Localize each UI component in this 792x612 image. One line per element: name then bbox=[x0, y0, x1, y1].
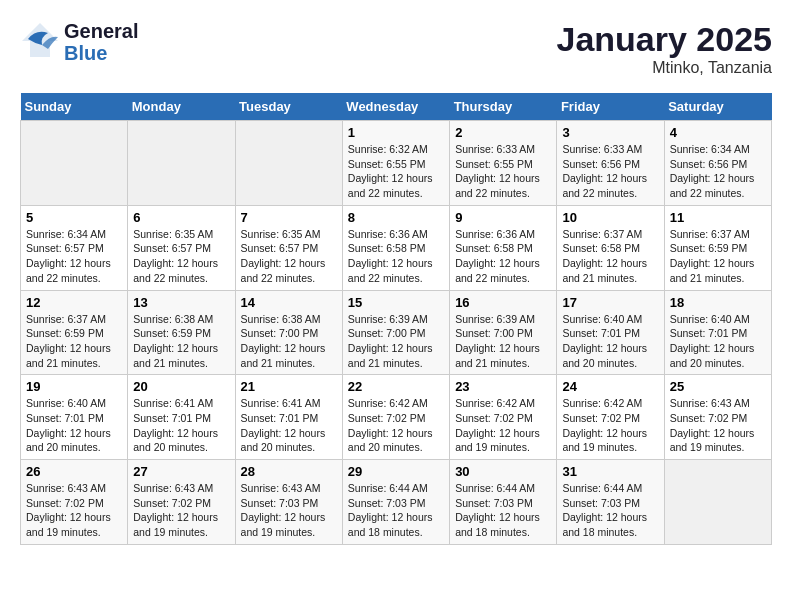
day-info: Sunrise: 6:37 AMSunset: 6:59 PMDaylight:… bbox=[670, 227, 766, 286]
day-number: 6 bbox=[133, 210, 229, 225]
day-number: 8 bbox=[348, 210, 444, 225]
day-number: 12 bbox=[26, 295, 122, 310]
day-number: 16 bbox=[455, 295, 551, 310]
day-info: Sunrise: 6:36 AMSunset: 6:58 PMDaylight:… bbox=[348, 227, 444, 286]
calendar-cell: 9Sunrise: 6:36 AMSunset: 6:58 PMDaylight… bbox=[450, 205, 557, 290]
calendar-cell: 26Sunrise: 6:43 AMSunset: 7:02 PMDayligh… bbox=[21, 460, 128, 545]
calendar-week-3: 12Sunrise: 6:37 AMSunset: 6:59 PMDayligh… bbox=[21, 290, 772, 375]
day-info: Sunrise: 6:43 AMSunset: 7:02 PMDaylight:… bbox=[133, 481, 229, 540]
day-info: Sunrise: 6:32 AMSunset: 6:55 PMDaylight:… bbox=[348, 142, 444, 201]
calendar-cell bbox=[21, 121, 128, 206]
calendar-cell: 19Sunrise: 6:40 AMSunset: 7:01 PMDayligh… bbox=[21, 375, 128, 460]
day-number: 14 bbox=[241, 295, 337, 310]
day-info: Sunrise: 6:43 AMSunset: 7:02 PMDaylight:… bbox=[26, 481, 122, 540]
day-info: Sunrise: 6:37 AMSunset: 6:59 PMDaylight:… bbox=[26, 312, 122, 371]
calendar-cell: 14Sunrise: 6:38 AMSunset: 7:00 PMDayligh… bbox=[235, 290, 342, 375]
day-header-wednesday: Wednesday bbox=[342, 93, 449, 121]
day-header-tuesday: Tuesday bbox=[235, 93, 342, 121]
calendar-cell: 25Sunrise: 6:43 AMSunset: 7:02 PMDayligh… bbox=[664, 375, 771, 460]
day-info: Sunrise: 6:43 AMSunset: 7:02 PMDaylight:… bbox=[670, 396, 766, 455]
day-number: 7 bbox=[241, 210, 337, 225]
calendar-cell: 10Sunrise: 6:37 AMSunset: 6:58 PMDayligh… bbox=[557, 205, 664, 290]
calendar-cell: 29Sunrise: 6:44 AMSunset: 7:03 PMDayligh… bbox=[342, 460, 449, 545]
day-info: Sunrise: 6:40 AMSunset: 7:01 PMDaylight:… bbox=[562, 312, 658, 371]
calendar-cell: 22Sunrise: 6:42 AMSunset: 7:02 PMDayligh… bbox=[342, 375, 449, 460]
calendar-week-5: 26Sunrise: 6:43 AMSunset: 7:02 PMDayligh… bbox=[21, 460, 772, 545]
day-info: Sunrise: 6:33 AMSunset: 6:56 PMDaylight:… bbox=[562, 142, 658, 201]
calendar-cell: 30Sunrise: 6:44 AMSunset: 7:03 PMDayligh… bbox=[450, 460, 557, 545]
day-info: Sunrise: 6:36 AMSunset: 6:58 PMDaylight:… bbox=[455, 227, 551, 286]
day-number: 31 bbox=[562, 464, 658, 479]
calendar-cell: 23Sunrise: 6:42 AMSunset: 7:02 PMDayligh… bbox=[450, 375, 557, 460]
calendar-header-row: SundayMondayTuesdayWednesdayThursdayFrid… bbox=[21, 93, 772, 121]
day-number: 10 bbox=[562, 210, 658, 225]
calendar-week-4: 19Sunrise: 6:40 AMSunset: 7:01 PMDayligh… bbox=[21, 375, 772, 460]
day-info: Sunrise: 6:41 AMSunset: 7:01 PMDaylight:… bbox=[133, 396, 229, 455]
calendar-cell: 28Sunrise: 6:43 AMSunset: 7:03 PMDayligh… bbox=[235, 460, 342, 545]
calendar-cell: 20Sunrise: 6:41 AMSunset: 7:01 PMDayligh… bbox=[128, 375, 235, 460]
calendar-cell: 17Sunrise: 6:40 AMSunset: 7:01 PMDayligh… bbox=[557, 290, 664, 375]
day-info: Sunrise: 6:38 AMSunset: 7:00 PMDaylight:… bbox=[241, 312, 337, 371]
day-info: Sunrise: 6:44 AMSunset: 7:03 PMDaylight:… bbox=[348, 481, 444, 540]
calendar-cell: 15Sunrise: 6:39 AMSunset: 7:00 PMDayligh… bbox=[342, 290, 449, 375]
calendar-cell: 2Sunrise: 6:33 AMSunset: 6:55 PMDaylight… bbox=[450, 121, 557, 206]
day-info: Sunrise: 6:39 AMSunset: 7:00 PMDaylight:… bbox=[455, 312, 551, 371]
calendar-cell bbox=[664, 460, 771, 545]
day-number: 1 bbox=[348, 125, 444, 140]
day-number: 23 bbox=[455, 379, 551, 394]
day-number: 13 bbox=[133, 295, 229, 310]
calendar-week-2: 5Sunrise: 6:34 AMSunset: 6:57 PMDaylight… bbox=[21, 205, 772, 290]
logo-text-general: General bbox=[64, 20, 138, 42]
logo: General Blue bbox=[20, 20, 138, 64]
calendar-cell: 8Sunrise: 6:36 AMSunset: 6:58 PMDaylight… bbox=[342, 205, 449, 290]
day-info: Sunrise: 6:42 AMSunset: 7:02 PMDaylight:… bbox=[455, 396, 551, 455]
day-info: Sunrise: 6:34 AMSunset: 6:56 PMDaylight:… bbox=[670, 142, 766, 201]
day-info: Sunrise: 6:33 AMSunset: 6:55 PMDaylight:… bbox=[455, 142, 551, 201]
day-number: 27 bbox=[133, 464, 229, 479]
day-info: Sunrise: 6:44 AMSunset: 7:03 PMDaylight:… bbox=[562, 481, 658, 540]
day-info: Sunrise: 6:42 AMSunset: 7:02 PMDaylight:… bbox=[348, 396, 444, 455]
day-number: 18 bbox=[670, 295, 766, 310]
calendar-cell: 1Sunrise: 6:32 AMSunset: 6:55 PMDaylight… bbox=[342, 121, 449, 206]
calendar-table: SundayMondayTuesdayWednesdayThursdayFrid… bbox=[20, 93, 772, 545]
day-number: 2 bbox=[455, 125, 551, 140]
day-number: 28 bbox=[241, 464, 337, 479]
calendar-cell: 31Sunrise: 6:44 AMSunset: 7:03 PMDayligh… bbox=[557, 460, 664, 545]
day-info: Sunrise: 6:35 AMSunset: 6:57 PMDaylight:… bbox=[133, 227, 229, 286]
day-number: 24 bbox=[562, 379, 658, 394]
day-number: 4 bbox=[670, 125, 766, 140]
calendar-cell: 18Sunrise: 6:40 AMSunset: 7:01 PMDayligh… bbox=[664, 290, 771, 375]
day-info: Sunrise: 6:34 AMSunset: 6:57 PMDaylight:… bbox=[26, 227, 122, 286]
calendar-cell: 7Sunrise: 6:35 AMSunset: 6:57 PMDaylight… bbox=[235, 205, 342, 290]
day-number: 21 bbox=[241, 379, 337, 394]
day-number: 26 bbox=[26, 464, 122, 479]
logo-text-blue: Blue bbox=[64, 42, 138, 64]
calendar-cell: 12Sunrise: 6:37 AMSunset: 6:59 PMDayligh… bbox=[21, 290, 128, 375]
calendar-cell: 27Sunrise: 6:43 AMSunset: 7:02 PMDayligh… bbox=[128, 460, 235, 545]
day-info: Sunrise: 6:35 AMSunset: 6:57 PMDaylight:… bbox=[241, 227, 337, 286]
day-info: Sunrise: 6:40 AMSunset: 7:01 PMDaylight:… bbox=[26, 396, 122, 455]
calendar-week-1: 1Sunrise: 6:32 AMSunset: 6:55 PMDaylight… bbox=[21, 121, 772, 206]
day-number: 22 bbox=[348, 379, 444, 394]
day-info: Sunrise: 6:37 AMSunset: 6:58 PMDaylight:… bbox=[562, 227, 658, 286]
day-number: 9 bbox=[455, 210, 551, 225]
day-number: 25 bbox=[670, 379, 766, 394]
page-header: General Blue January 2025 Mtinko, Tanzan… bbox=[20, 20, 772, 77]
calendar-cell: 3Sunrise: 6:33 AMSunset: 6:56 PMDaylight… bbox=[557, 121, 664, 206]
calendar-cell: 13Sunrise: 6:38 AMSunset: 6:59 PMDayligh… bbox=[128, 290, 235, 375]
calendar-cell: 24Sunrise: 6:42 AMSunset: 7:02 PMDayligh… bbox=[557, 375, 664, 460]
calendar-subtitle: Mtinko, Tanzania bbox=[557, 59, 773, 77]
logo-icon bbox=[20, 21, 60, 63]
day-number: 17 bbox=[562, 295, 658, 310]
day-header-monday: Monday bbox=[128, 93, 235, 121]
calendar-cell bbox=[128, 121, 235, 206]
day-number: 11 bbox=[670, 210, 766, 225]
day-info: Sunrise: 6:41 AMSunset: 7:01 PMDaylight:… bbox=[241, 396, 337, 455]
day-info: Sunrise: 6:38 AMSunset: 6:59 PMDaylight:… bbox=[133, 312, 229, 371]
day-info: Sunrise: 6:40 AMSunset: 7:01 PMDaylight:… bbox=[670, 312, 766, 371]
day-number: 29 bbox=[348, 464, 444, 479]
calendar-cell: 16Sunrise: 6:39 AMSunset: 7:00 PMDayligh… bbox=[450, 290, 557, 375]
day-info: Sunrise: 6:39 AMSunset: 7:00 PMDaylight:… bbox=[348, 312, 444, 371]
day-info: Sunrise: 6:44 AMSunset: 7:03 PMDaylight:… bbox=[455, 481, 551, 540]
day-header-saturday: Saturday bbox=[664, 93, 771, 121]
